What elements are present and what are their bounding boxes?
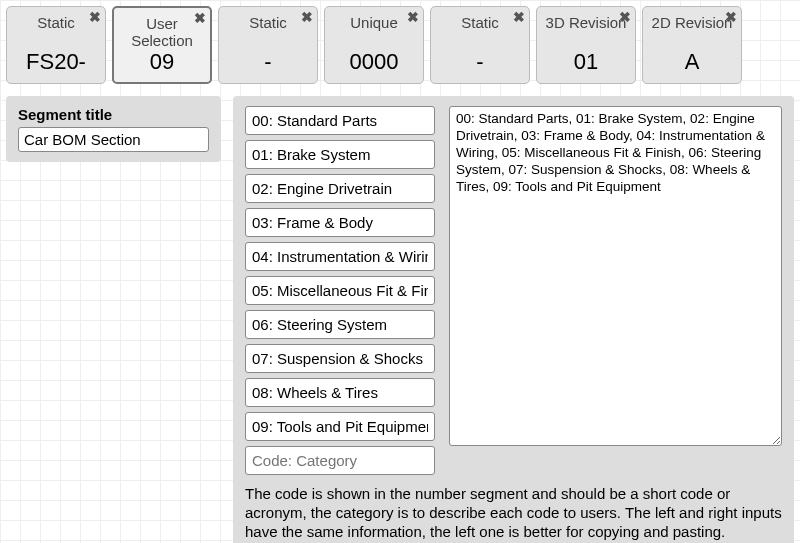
segment-value: FS20- xyxy=(11,49,101,75)
lower-container: Segment title The code is shown in the n… xyxy=(6,96,794,543)
segment-value: 0000 xyxy=(329,49,419,75)
close-icon[interactable]: ✖ xyxy=(725,9,737,25)
code-item-input-6[interactable] xyxy=(245,310,435,339)
code-item-input-4[interactable] xyxy=(245,242,435,271)
code-item-input-5[interactable] xyxy=(245,276,435,305)
close-icon[interactable]: ✖ xyxy=(513,9,525,25)
segment-card-6[interactable]: ✖2D RevisionA xyxy=(642,6,742,84)
segment-label: Static xyxy=(435,13,525,32)
segment-row: ✖StaticFS20-✖User Selection09✖Static-✖Un… xyxy=(6,6,794,84)
segment-label: Static xyxy=(223,13,313,32)
segment-value: - xyxy=(223,49,313,75)
segment-title-label: Segment title xyxy=(18,106,209,123)
code-item-input-9[interactable] xyxy=(245,412,435,441)
code-item-input-7[interactable] xyxy=(245,344,435,373)
segment-label: Static xyxy=(11,13,101,32)
segment-label: 3D Revision xyxy=(541,13,631,32)
segment-card-5[interactable]: ✖3D Revision01 xyxy=(536,6,636,84)
segment-card-4[interactable]: ✖Static- xyxy=(430,6,530,84)
codes-panel: The code is shown in the number segment … xyxy=(233,96,794,543)
segment-value: A xyxy=(647,49,737,75)
close-icon[interactable]: ✖ xyxy=(619,9,631,25)
codes-description: The code is shown in the number segment … xyxy=(245,485,782,541)
close-icon[interactable]: ✖ xyxy=(301,9,313,25)
code-item-input-2[interactable] xyxy=(245,174,435,203)
codes-columns xyxy=(245,106,782,475)
segment-label: User Selection xyxy=(118,14,206,49)
segment-value: 01 xyxy=(541,49,631,75)
code-item-input-8[interactable] xyxy=(245,378,435,407)
codes-summary-textarea[interactable] xyxy=(449,106,782,446)
segment-label: 2D Revision xyxy=(647,13,737,32)
segment-title-input[interactable] xyxy=(18,127,209,152)
segment-value: 09 xyxy=(118,49,206,75)
segment-value: - xyxy=(435,49,525,75)
segment-card-2[interactable]: ✖Static- xyxy=(218,6,318,84)
code-item-column xyxy=(245,106,435,475)
code-item-input-new[interactable] xyxy=(245,446,435,475)
segment-label: Unique xyxy=(329,13,419,32)
code-item-input-0[interactable] xyxy=(245,106,435,135)
code-item-input-3[interactable] xyxy=(245,208,435,237)
close-icon[interactable]: ✖ xyxy=(89,9,101,25)
segment-card-3[interactable]: ✖Unique0000 xyxy=(324,6,424,84)
segment-title-panel: Segment title xyxy=(6,96,221,162)
close-icon[interactable]: ✖ xyxy=(407,9,419,25)
code-item-input-1[interactable] xyxy=(245,140,435,169)
summary-column xyxy=(449,106,782,475)
segment-card-1[interactable]: ✖User Selection09 xyxy=(112,6,212,84)
close-icon[interactable]: ✖ xyxy=(194,10,206,26)
segment-card-0[interactable]: ✖StaticFS20- xyxy=(6,6,106,84)
